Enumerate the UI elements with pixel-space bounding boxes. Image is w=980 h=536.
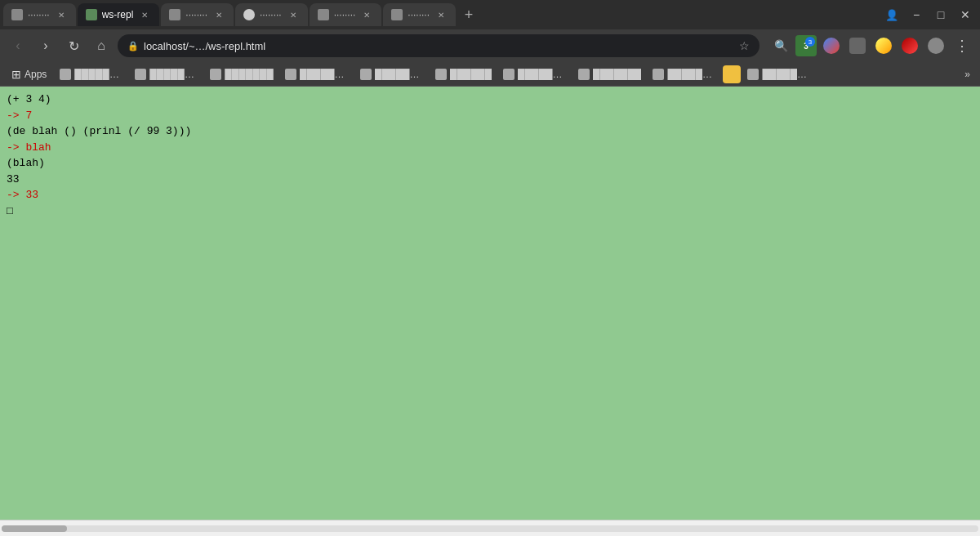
repl-line-4: -> blah bbox=[7, 140, 973, 156]
tab-bar: ········ ✕ ws-repl ✕ ········ ✕ ········… bbox=[0, 0, 980, 29]
tab-ws-repl-close[interactable]: ✕ bbox=[138, 8, 151, 21]
minimize-button[interactable]: − bbox=[905, 3, 928, 26]
bookmark-item-9[interactable]: ████████ bbox=[648, 67, 721, 82]
bookmark-item-6[interactable]: ██████ bbox=[430, 67, 497, 82]
maximize-button[interactable]: □ bbox=[929, 3, 952, 26]
tab-6-close[interactable]: ✕ bbox=[434, 8, 448, 21]
bookmark-item-8[interactable]: ███████ bbox=[573, 67, 647, 82]
repl-line-7: -> 33 bbox=[7, 187, 973, 203]
bm-label-3: ███████ bbox=[225, 69, 274, 80]
bm-favicon-5 bbox=[360, 69, 372, 80]
bm-favicon-9 bbox=[653, 69, 664, 80]
bm-label-8: ███████ bbox=[593, 69, 642, 80]
tab-1-label: ········ bbox=[28, 9, 50, 20]
tab-6-label: ········ bbox=[408, 9, 430, 20]
browser-actions: 🔍 3 3 ⋮ bbox=[769, 34, 973, 57]
bm-label-2: ████████ bbox=[149, 69, 198, 80]
tab-5-favicon bbox=[318, 9, 329, 20]
bookmark-item-4[interactable]: ████████ bbox=[280, 67, 354, 82]
bm-label-4: ████████ bbox=[300, 69, 349, 80]
tab-ws-repl-label: ws-repl bbox=[102, 9, 134, 20]
bookmark-star-icon[interactable]: ☆ bbox=[739, 39, 750, 52]
ext-green-icon[interactable]: 3 3 bbox=[795, 35, 817, 56]
bm-favicon-2 bbox=[135, 69, 146, 80]
bm-label-1: ████████ bbox=[74, 69, 123, 80]
repl-line-5: (blah) bbox=[7, 155, 973, 172]
bookmark-item-10[interactable]: ████████ bbox=[742, 67, 816, 82]
scrollbar-track[interactable] bbox=[2, 525, 978, 532]
tab-5-close[interactable]: ✕ bbox=[360, 8, 373, 21]
lock-icon: 🔒 bbox=[127, 41, 139, 51]
bookmarks-apps-button[interactable]: ⊞ Apps bbox=[5, 66, 53, 83]
bm-favicon-8 bbox=[578, 69, 590, 80]
tab-1[interactable]: ········ ✕ bbox=[3, 3, 76, 26]
bm-favicon-3 bbox=[210, 69, 221, 80]
bm-favicon-4 bbox=[285, 69, 296, 80]
repl-line-1: (+ 3 4) bbox=[7, 92, 973, 108]
apps-label: Apps bbox=[24, 69, 47, 80]
repl-line-6: 33 bbox=[7, 172, 973, 188]
back-button[interactable]: ‹ bbox=[7, 34, 29, 57]
tab-ws-repl-favicon bbox=[86, 9, 97, 20]
repl-line-3: (de blah () (prinl (/ 99 3))) bbox=[7, 123, 973, 140]
url-bar[interactable]: 🔒 localhost/~…/ws-repl.html ☆ bbox=[118, 34, 760, 57]
tab-3-favicon bbox=[169, 9, 180, 20]
ext-icon-3[interactable] bbox=[872, 34, 895, 57]
bm-label-6: ██████ bbox=[450, 69, 492, 80]
ext-icon-4[interactable] bbox=[898, 34, 921, 57]
ext-icon-2[interactable] bbox=[846, 34, 869, 57]
bookmark-item-1[interactable]: ████████ bbox=[55, 67, 128, 82]
bookmark-item-2[interactable]: ████████ bbox=[130, 67, 203, 82]
bookmark-item-3[interactable]: ███████ bbox=[205, 67, 278, 82]
window-controls: 👤 − □ ✕ bbox=[880, 3, 977, 26]
close-button[interactable]: ✕ bbox=[954, 3, 977, 26]
tab-4-label: ········ bbox=[260, 9, 282, 20]
tab-ws-repl[interactable]: ws-repl ✕ bbox=[78, 3, 160, 26]
tab-4[interactable]: ········ ✕ bbox=[235, 3, 308, 26]
forward-button[interactable]: › bbox=[34, 34, 57, 57]
horizontal-scrollbar[interactable] bbox=[0, 520, 980, 536]
tab-3[interactable]: ········ ✕ bbox=[161, 3, 234, 26]
tab-4-favicon bbox=[243, 9, 255, 20]
tab-4-close[interactable]: ✕ bbox=[287, 8, 300, 21]
tab-3-label: ········ bbox=[185, 9, 207, 20]
ext-icon-1[interactable] bbox=[820, 34, 843, 57]
repl-output: (+ 3 4) -> 7 (de blah () (prinl (/ 99 3)… bbox=[7, 92, 973, 219]
bm-label-10: ████████ bbox=[762, 69, 811, 80]
scrollbar-thumb[interactable] bbox=[2, 525, 67, 532]
bookmarks-bar: ⊞ Apps ████████ ████████ ███████ ███████… bbox=[0, 62, 980, 87]
profile-avatar[interactable] bbox=[924, 34, 947, 57]
bookmarks-more-button[interactable]: » bbox=[960, 67, 975, 82]
new-tab-button[interactable]: + bbox=[457, 3, 480, 26]
repl-area[interactable]: (+ 3 4) -> 7 (de blah () (prinl (/ 99 3)… bbox=[0, 87, 980, 520]
more-menu-button[interactable]: ⋮ bbox=[951, 34, 973, 57]
tab-1-close[interactable]: ✕ bbox=[55, 8, 68, 21]
tab-3-close[interactable]: ✕ bbox=[212, 8, 225, 21]
tab-6[interactable]: ········ ✕ bbox=[383, 3, 456, 26]
repl-cursor-line: □ bbox=[7, 203, 973, 220]
home-button[interactable]: ⌂ bbox=[90, 34, 113, 57]
address-bar: ‹ › ↻ ⌂ 🔒 localhost/~…/ws-repl.html ☆ 🔍 … bbox=[0, 29, 980, 62]
bm-favicon-1 bbox=[60, 69, 71, 80]
search-button[interactable]: 🔍 bbox=[769, 34, 792, 57]
tab-5[interactable]: ········ ✕ bbox=[310, 3, 382, 26]
ext-badge: 3 bbox=[805, 37, 815, 47]
bm-favicon-7 bbox=[503, 69, 514, 80]
bookmark-item-7[interactable]: ████████ bbox=[498, 67, 572, 82]
tab-1-favicon bbox=[11, 9, 23, 20]
bm-favicon-10 bbox=[747, 69, 759, 80]
reload-button[interactable]: ↻ bbox=[62, 34, 85, 57]
bm-label-5: █████████ bbox=[375, 69, 424, 80]
bm-favicon-6 bbox=[435, 69, 447, 80]
bm-label-7: ████████ bbox=[518, 69, 567, 80]
tab-6-favicon bbox=[391, 9, 403, 20]
bookmark-special-icon[interactable] bbox=[723, 65, 741, 83]
repl-line-2: -> 7 bbox=[7, 108, 973, 124]
apps-grid-icon: ⊞ bbox=[11, 68, 21, 81]
profile-button[interactable]: 👤 bbox=[880, 3, 903, 26]
tab-5-label: ········ bbox=[334, 9, 356, 20]
url-text: localhost/~…/ws-repl.html bbox=[144, 40, 265, 52]
bookmark-item-5[interactable]: █████████ bbox=[355, 67, 429, 82]
bm-label-9: ████████ bbox=[667, 69, 716, 80]
